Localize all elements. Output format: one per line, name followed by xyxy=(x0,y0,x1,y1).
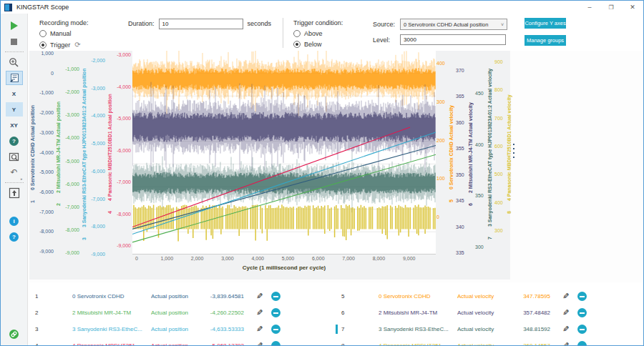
edit-signal-button[interactable]: ✎ xyxy=(248,341,271,346)
axis-mode-y-button[interactable]: Y xyxy=(6,102,23,117)
legend-device-name: 0 Servotronix CDHD xyxy=(379,293,457,300)
zoom-in-icon xyxy=(9,57,19,68)
source-select[interactable]: 0 Servotronix CDHD Actual position˅ xyxy=(400,19,507,30)
legend-row-5: 50 Servotronix CDHDActual velocity347.78… xyxy=(336,288,642,305)
selection-indicator xyxy=(29,325,31,334)
edit-signal-button[interactable]: ✎ xyxy=(555,308,577,317)
plot-area: 01,0002,0003,0004,0005,0006,0007,0008,00… xyxy=(132,51,436,280)
minimize-button[interactable]: – xyxy=(579,1,600,14)
legend-signal-type: Actual position xyxy=(151,310,197,316)
legend-signal-value: 357.48482 xyxy=(503,310,555,316)
above-radio[interactable]: Above xyxy=(293,30,361,37)
panel-drag-handle[interactable] xyxy=(513,144,514,280)
remove-signal-button[interactable] xyxy=(577,341,587,346)
help-button[interactable]: ? xyxy=(6,229,23,244)
edit-signal-button[interactable]: ✎ xyxy=(555,341,577,346)
chart-panel: 1 0 Servotronix CDHD Actual position1,00… xyxy=(29,51,510,280)
manual-radio[interactable]: Manual xyxy=(39,30,114,37)
maximize-button[interactable]: ❐ xyxy=(600,1,622,14)
manage-groups-button[interactable]: Manage groups xyxy=(525,35,566,46)
radio-icon xyxy=(39,30,47,37)
axis-mode-xy-button[interactable]: XY xyxy=(6,118,23,132)
tick-label: -2,000 xyxy=(91,58,105,63)
tick-label: 600 xyxy=(494,144,503,149)
selection-indicator xyxy=(336,325,338,334)
edit-chart-button[interactable] xyxy=(6,71,23,85)
window-title: KINGSTAR Scope xyxy=(16,4,69,11)
toolbar-separator xyxy=(5,51,24,52)
remove-signal-button[interactable] xyxy=(271,292,280,301)
legend-row-6: 62 Mitsubishi MR-J4-TMActual velocity357… xyxy=(336,305,642,321)
source-label: Source: xyxy=(373,21,400,28)
legend-row-2: 22 Mitsubishi MR-J4-TMActual position-4,… xyxy=(29,305,336,321)
info-button[interactable]: i xyxy=(6,214,23,228)
signal-plot[interactable] xyxy=(132,51,436,254)
close-button[interactable]: ✕ xyxy=(622,1,643,14)
quick-help-button[interactable]: ? xyxy=(6,134,23,148)
x-tick-label: 5,000 xyxy=(282,256,295,261)
remove-signal-button[interactable] xyxy=(271,325,280,334)
right-y-axes: 40030020010005 0 Servotronix CDHD Actual… xyxy=(436,51,513,280)
play-icon xyxy=(11,21,18,30)
x-axis-ticks: 01,0002,0003,0004,0005,0006,0007,0008,00… xyxy=(132,254,436,262)
refresh-icon[interactable]: ⟳ xyxy=(74,41,80,49)
duration-input[interactable] xyxy=(159,19,243,29)
tick-label: 0 xyxy=(51,71,54,76)
export-icon xyxy=(9,187,20,199)
edit-signal-button[interactable]: ✎ xyxy=(248,292,271,301)
remove-signal-button[interactable] xyxy=(577,308,587,317)
export-button[interactable] xyxy=(6,186,23,200)
legend-signal-value: -5,068.13702 xyxy=(197,342,248,346)
tick-label: -3,000 xyxy=(39,130,54,135)
tick-label: 300 xyxy=(494,228,503,233)
legend-signal-type: Actual velocity xyxy=(457,326,503,332)
edit-signal-button[interactable]: ✎ xyxy=(555,325,577,334)
remove-signal-button[interactable] xyxy=(577,292,587,301)
y-axis-title: 3 3 Sanyodenki RS3-EtheCAT type HJP00138… xyxy=(81,52,88,256)
y-axis-ticks: 4003002001000 xyxy=(436,52,448,256)
tick-label: -9,000 xyxy=(65,250,79,255)
legend-signal-type: Actual velocity xyxy=(457,293,503,300)
axis-mode-x-button[interactable]: X xyxy=(6,86,23,101)
tick-label: -6,000 xyxy=(65,182,79,187)
tick-label: -4,000 xyxy=(39,150,54,155)
level-input[interactable] xyxy=(400,34,506,45)
edit-signal-button[interactable]: ✎ xyxy=(248,308,271,317)
connection-status-button[interactable] xyxy=(6,327,23,341)
legend-row-number: 8 xyxy=(341,342,351,346)
remove-signal-button[interactable] xyxy=(271,341,280,346)
undo-icon: ↶ xyxy=(10,167,17,177)
y-axis-6: 3703653603553503453403356 2 Mitsubishi M… xyxy=(455,51,474,280)
y-axis-title: 8 4 Panasonic MBDHT2510BD1 Actual veloci… xyxy=(506,52,513,256)
legend-signal-value: -4,260.22502 xyxy=(197,310,248,316)
tick-label: 100 xyxy=(436,176,445,181)
seconds-label: seconds xyxy=(248,20,272,51)
legend-signal-value: 348.81592 xyxy=(503,326,555,332)
y-axis-title: 1 0 Servotronix CDHD Actual position xyxy=(29,52,36,256)
y-axis-7: 4504003503007 3 Sanyodenki RS3-EtheCAT t… xyxy=(474,51,494,280)
tick-label: 0 xyxy=(436,214,439,219)
chevron-down-icon: ˅ xyxy=(501,22,504,27)
inspect-window-button[interactable] xyxy=(6,149,23,164)
y-axis-2: 2 2 Mitsubishi MR-J4-TM Actual position-… xyxy=(55,51,81,280)
tick-label: -3,000 xyxy=(117,52,131,57)
controls-bar: Recording mode: Manual Trigger⟳ Duration… xyxy=(28,14,643,51)
left-toolbar: X Y XY ? ↶▸ i ? xyxy=(1,14,28,345)
edit-signal-button[interactable]: ✎ xyxy=(555,292,577,301)
trigger-radio[interactable]: Trigger⟳ xyxy=(39,41,114,49)
undo-button[interactable]: ↶▸ xyxy=(6,165,23,179)
configure-y-axes-button[interactable]: Configure Y axes xyxy=(525,18,566,29)
tick-label: 350 xyxy=(475,193,484,198)
tick-label: 450 xyxy=(475,91,484,96)
below-radio[interactable]: Below xyxy=(293,41,361,48)
remove-signal-button[interactable] xyxy=(577,325,587,334)
recording-mode-label: Recording mode: xyxy=(39,19,114,26)
legend-signal-value: 360.14557 xyxy=(503,342,555,346)
stop-recording-button[interactable] xyxy=(6,34,23,49)
x-axis-title: Cycle (1 millisecond per cycle) xyxy=(132,265,436,271)
start-recording-button[interactable] xyxy=(6,19,23,33)
edit-signal-button[interactable]: ✎ xyxy=(248,325,271,334)
remove-signal-button[interactable] xyxy=(271,308,280,317)
tick-label: -6,000 xyxy=(39,189,54,194)
zoom-in-button[interactable] xyxy=(6,55,23,69)
